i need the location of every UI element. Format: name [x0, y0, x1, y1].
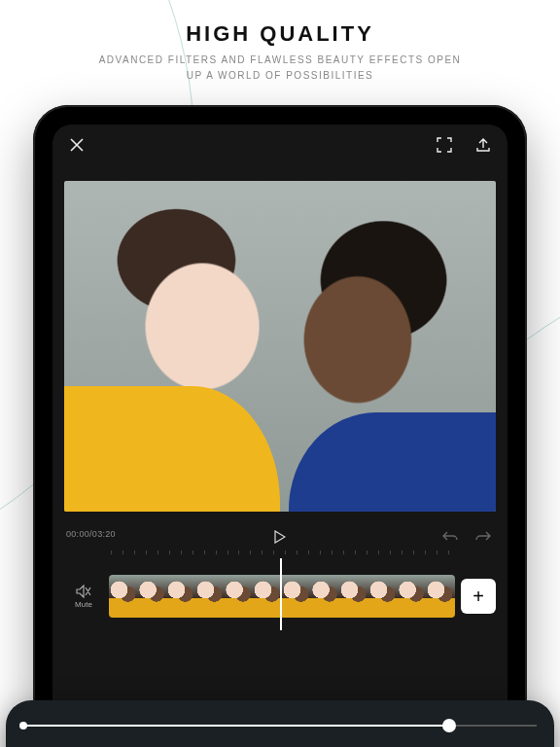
timeline-thumb[interactable]: [339, 575, 368, 618]
app-screen: 00:00/03:20 Mute +: [52, 124, 508, 747]
timeline-ticks: [111, 551, 449, 558]
slider-knob[interactable]: [442, 719, 456, 732]
promo-header: HIGH QUALITY ADVANCED FILTERS AND FLAWLE…: [0, 21, 560, 84]
promo-subtitle: ADVANCED FILTERS AND FLAWLESS BEAUTY EFF…: [0, 53, 560, 84]
promo-title: HIGH QUALITY: [0, 21, 560, 47]
add-clip-button[interactable]: +: [461, 579, 496, 614]
timeline-thumb[interactable]: [166, 575, 195, 618]
timeline-thumb[interactable]: [282, 575, 311, 618]
play-icon[interactable]: [269, 526, 291, 548]
tablet-frame: 00:00/03:20 Mute +: [33, 105, 527, 747]
playhead[interactable]: [280, 558, 282, 630]
timeline-thumb[interactable]: [225, 575, 254, 618]
video-preview[interactable]: [64, 181, 496, 512]
mute-label: Mute: [75, 600, 92, 609]
timeline-thumb[interactable]: [195, 575, 225, 618]
export-icon[interactable]: [472, 134, 494, 156]
filter-tray: OriginalNatureColdAutumnWinterHolidayUmb…: [6, 700, 554, 747]
undo-icon[interactable]: [439, 525, 461, 547]
mute-toggle[interactable]: Mute: [64, 585, 103, 609]
fullscreen-icon[interactable]: [434, 134, 455, 156]
timeline-thumb[interactable]: [253, 575, 282, 618]
timeline-thumb[interactable]: [109, 575, 138, 618]
top-bar: [52, 124, 508, 165]
timeline-thumb[interactable]: [138, 575, 167, 618]
timeline-thumb[interactable]: [311, 575, 340, 618]
close-icon[interactable]: [66, 134, 88, 156]
timeline-thumb[interactable]: [398, 575, 427, 618]
timeline-thumb[interactable]: [426, 575, 455, 618]
intensity-slider[interactable]: [23, 714, 537, 737]
redo-icon[interactable]: [472, 525, 494, 547]
timeline-thumb[interactable]: [368, 575, 398, 618]
timeline-clips[interactable]: [109, 575, 455, 618]
